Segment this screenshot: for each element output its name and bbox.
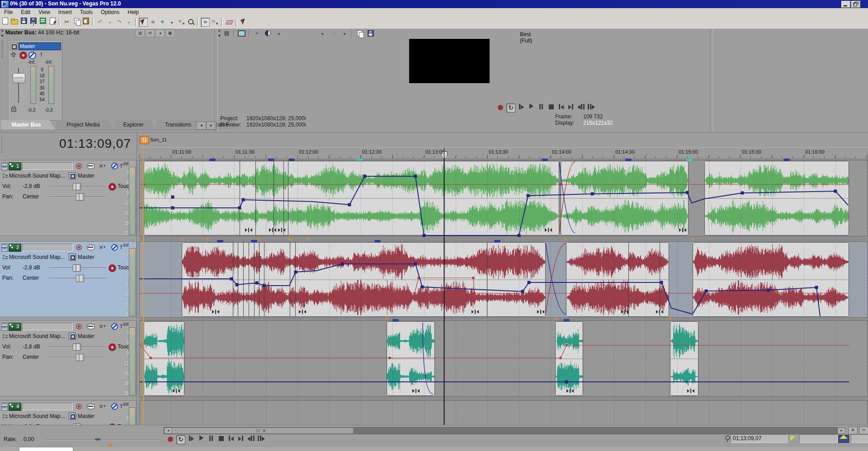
selection-length-field[interactable] bbox=[799, 434, 838, 443]
tab-project-media[interactable]: Project Media bbox=[56, 120, 114, 130]
track-automation-icon[interactable] bbox=[87, 404, 95, 409]
redo-button[interactable]: ↷ bbox=[115, 18, 124, 27]
menu-view[interactable]: View bbox=[34, 8, 54, 17]
arm-for-record-icon[interactable] bbox=[76, 324, 82, 329]
arm-for-record-icon[interactable] bbox=[76, 244, 82, 250]
track-header-3[interactable]: ◄3✕▾!-Inf.Microsoft Sound Map...MasterVo… bbox=[0, 320, 137, 396]
layout-button[interactable]: ▦ bbox=[165, 29, 175, 37]
cursor-position-field[interactable]: 01:13:09,07 bbox=[731, 434, 788, 443]
record-button[interactable] bbox=[496, 103, 505, 112]
mute-icon[interactable]: ✕▾ bbox=[99, 323, 105, 330]
paste-button[interactable] bbox=[81, 18, 90, 27]
track-header-1[interactable]: ◄1✕▾!-Inf.Microsoft Sound Map...MasterVo… bbox=[0, 160, 137, 236]
track-meter[interactable] bbox=[129, 327, 136, 395]
loop-length-field[interactable] bbox=[851, 434, 868, 443]
erase-tool-button[interactable] bbox=[225, 18, 234, 27]
right-pane-splitter[interactable] bbox=[710, 28, 713, 132]
loop-button[interactable]: ↻ bbox=[506, 103, 515, 113]
track-name-field[interactable] bbox=[22, 403, 73, 410]
copy-snapshot-button[interactable] bbox=[355, 29, 364, 37]
automation-gear-icon[interactable] bbox=[108, 183, 116, 191]
pan-slider[interactable] bbox=[49, 357, 106, 357]
bottom-edit-field[interactable] bbox=[19, 447, 73, 451]
pan-slider-handle[interactable] bbox=[76, 354, 84, 361]
copy-button[interactable] bbox=[72, 18, 81, 27]
dock-pin-icon[interactable]: ◂ bbox=[1, 33, 3, 37]
record-button[interactable] bbox=[166, 435, 175, 443]
go-to-start-button[interactable] bbox=[227, 435, 235, 443]
master-fader-handle[interactable] bbox=[13, 73, 25, 83]
track-header-2[interactable]: ◄2✕▾!-Inf.Microsoft Sound Map...MasterVo… bbox=[0, 241, 137, 317]
title-bar[interactable]: 0% (30 of 30) - Son Nu.veg - Vegas Pro 1… bbox=[0, 0, 868, 8]
loop-button[interactable]: ↻ bbox=[176, 435, 185, 444]
next-frame-button[interactable] bbox=[587, 103, 595, 112]
dim-output-icon[interactable]: ! bbox=[38, 52, 44, 57]
track-meter[interactable] bbox=[129, 248, 136, 316]
redo-dropdown[interactable]: ▾ bbox=[124, 18, 133, 27]
undo-dropdown[interactable]: ▾ bbox=[105, 18, 114, 27]
tab-explorer[interactable]: Explorer bbox=[115, 120, 156, 130]
insert-fx-icon[interactable] bbox=[10, 52, 16, 57]
track-minmax-buttons[interactable] bbox=[1, 162, 7, 170]
go-to-end-button[interactable] bbox=[567, 103, 575, 112]
video-preview-menu-button[interactable]: ▤ bbox=[222, 29, 231, 37]
scroll-right-button[interactable]: ▸ bbox=[837, 428, 845, 434]
track-automation-icon[interactable] bbox=[87, 244, 95, 250]
play-button[interactable] bbox=[197, 435, 205, 443]
master-meter-right[interactable] bbox=[48, 66, 54, 104]
dock-grip[interactable] bbox=[2, 40, 3, 58]
scroll-left-button[interactable]: ◂ bbox=[164, 428, 172, 434]
quality-dropdown[interactable]: ▾ bbox=[318, 29, 327, 37]
render-as-button[interactable] bbox=[29, 18, 38, 27]
master-meter-left[interactable] bbox=[30, 66, 36, 104]
enable-snapping-button[interactable]: ≈ bbox=[201, 18, 210, 27]
project-properties-button[interactable] bbox=[48, 18, 57, 27]
restore-button[interactable] bbox=[851, 1, 861, 8]
pan-slider[interactable] bbox=[49, 278, 106, 278]
overlay-dropdown[interactable]: ▾ bbox=[340, 29, 349, 37]
play-from-start-button[interactable] bbox=[187, 435, 195, 443]
pan-slider[interactable] bbox=[49, 197, 106, 197]
stop-button[interactable] bbox=[217, 435, 225, 443]
solo-icon[interactable] bbox=[111, 323, 118, 330]
envelope-edit-tool-button[interactable]: ≈ bbox=[148, 18, 157, 27]
track-meter[interactable] bbox=[129, 167, 136, 235]
undo-button[interactable]: ↶ bbox=[96, 18, 105, 27]
vol-slider-handle[interactable] bbox=[73, 183, 81, 190]
time-ruler[interactable]: 01:11:0001:11:3001:12:0001:12:3001:13:00… bbox=[139, 147, 868, 159]
view-toggle-button[interactable]: ◂ bbox=[156, 29, 165, 37]
track-name-field[interactable] bbox=[22, 323, 73, 330]
track-name-field[interactable] bbox=[22, 162, 73, 170]
mute-icon[interactable]: ✕▾ bbox=[99, 244, 105, 251]
tabs-scroll-left[interactable]: ◂ bbox=[196, 122, 206, 130]
vol-slider-handle[interactable] bbox=[73, 343, 81, 351]
vol-slider-handle[interactable] bbox=[73, 264, 81, 272]
paint-events-tool-button[interactable] bbox=[177, 18, 186, 27]
menu-help[interactable]: Help bbox=[123, 8, 143, 17]
bus-assign-button[interactable] bbox=[69, 254, 76, 261]
dock-close-icon[interactable]: × bbox=[1, 29, 4, 33]
track-minmax-buttons[interactable] bbox=[1, 244, 7, 251]
play-button[interactable] bbox=[527, 103, 535, 112]
preview-quality-select[interactable]: Best (Full) bbox=[520, 31, 532, 44]
track-name-field[interactable] bbox=[22, 244, 73, 251]
marker-bar[interactable]: 11 Son_11 bbox=[139, 135, 868, 147]
vol-slider[interactable] bbox=[49, 186, 106, 187]
split-screen-dropdown[interactable]: ▾ bbox=[274, 29, 283, 37]
menu-options[interactable]: Options bbox=[97, 8, 123, 17]
automation-gear-icon[interactable] bbox=[108, 264, 116, 272]
open-button[interactable] bbox=[10, 18, 19, 27]
overlay-grid-button[interactable]: # bbox=[329, 29, 338, 37]
video-preview-frame[interactable] bbox=[409, 39, 490, 83]
save-button[interactable] bbox=[19, 18, 28, 27]
pan-slider-handle[interactable] bbox=[76, 193, 84, 201]
save-snapshot-button[interactable] bbox=[366, 29, 375, 37]
track-automation-icon[interactable] bbox=[87, 324, 95, 329]
timeline-canvas[interactable] bbox=[139, 158, 868, 426]
lock-fader-icon[interactable] bbox=[11, 108, 16, 112]
previous-frame-button[interactable] bbox=[247, 435, 255, 443]
preview-pin-icon[interactable]: ◂ bbox=[218, 33, 220, 37]
arm-for-record-icon[interactable] bbox=[76, 404, 82, 409]
preview-close-icon[interactable]: × bbox=[218, 29, 221, 33]
arm-for-record-icon[interactable] bbox=[76, 163, 82, 169]
